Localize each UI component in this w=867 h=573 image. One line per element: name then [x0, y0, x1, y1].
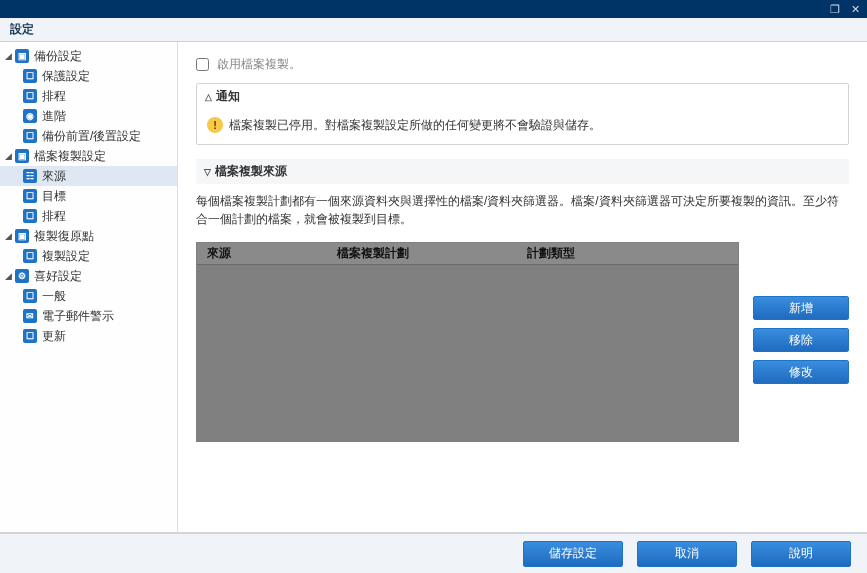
- filecopy-icon: ▣: [14, 148, 30, 164]
- sidebar-item-email-alerts[interactable]: ✉ 電子郵件警示: [0, 306, 177, 326]
- updates-icon: ☐: [22, 328, 38, 344]
- cancel-button[interactable]: 取消: [637, 541, 737, 567]
- add-button[interactable]: 新增: [753, 296, 849, 320]
- grid-header: 來源 檔案複製計劃 計劃類型: [197, 243, 738, 265]
- warning-icon: !: [207, 117, 223, 133]
- sidebar-item-label: 排程: [42, 88, 66, 105]
- caret-down-icon: ▽: [204, 167, 211, 177]
- protection-icon: ☐: [22, 68, 38, 84]
- sidebar-item-label: 複製設定: [42, 248, 90, 265]
- grid-col-source[interactable]: 來源: [197, 245, 327, 262]
- general-icon: ☐: [22, 288, 38, 304]
- sidebar: ◢ ▣ 備份設定 ☐ 保護設定 ☐ 排程 ◉ 進階 ☐ 備份前置/後置設定 ◢ …: [0, 42, 178, 533]
- sidebar-item-label: 檔案複製設定: [34, 148, 106, 165]
- caret-down-icon[interactable]: ◢: [2, 271, 14, 281]
- sidebar-item-protection[interactable]: ☐ 保護設定: [0, 66, 177, 86]
- sidebar-item-label: 備份前置/後置設定: [42, 128, 141, 145]
- schedule-icon: ☐: [22, 208, 38, 224]
- source-grid[interactable]: 來源 檔案複製計劃 計劃類型: [196, 242, 739, 442]
- sidebar-item-backup-settings[interactable]: ◢ ▣ 備份設定: [0, 46, 177, 66]
- help-button[interactable]: 說明: [751, 541, 851, 567]
- grid-buttons: 新增 移除 修改: [753, 242, 849, 384]
- sidebar-item-source[interactable]: ☷ 來源: [0, 166, 177, 186]
- sidebar-item-copy-recovery[interactable]: ◢ ▣ 複製復原點: [0, 226, 177, 246]
- sidebar-item-schedule-backup[interactable]: ☐ 排程: [0, 86, 177, 106]
- caret-down-icon[interactable]: ◢: [2, 51, 14, 61]
- grid-col-plan[interactable]: 檔案複製計劃: [327, 245, 517, 262]
- target-icon: ☐: [22, 188, 38, 204]
- source-icon: ☷: [22, 168, 38, 184]
- sidebar-item-label: 備份設定: [34, 48, 82, 65]
- close-icon[interactable]: ✕: [849, 3, 861, 15]
- footer: 儲存設定 取消 說明: [0, 533, 867, 573]
- email-icon: ✉: [22, 308, 38, 324]
- copy-settings-icon: ☐: [22, 248, 38, 264]
- caret-down-icon[interactable]: ◢: [2, 231, 14, 241]
- remove-button[interactable]: 移除: [753, 328, 849, 352]
- section-header[interactable]: ▽ 檔案複製來源: [196, 159, 849, 184]
- sidebar-item-label: 喜好設定: [34, 268, 82, 285]
- enable-filecopy-label: 啟用檔案複製。: [217, 56, 301, 73]
- schedule-icon: ☐: [22, 88, 38, 104]
- save-settings-button[interactable]: 儲存設定: [523, 541, 623, 567]
- modify-button[interactable]: 修改: [753, 360, 849, 384]
- grid-col-type[interactable]: 計劃類型: [517, 245, 738, 262]
- notice-header[interactable]: △ 通知: [197, 84, 848, 109]
- sidebar-item-advanced[interactable]: ◉ 進階: [0, 106, 177, 126]
- sidebar-item-label: 電子郵件警示: [42, 308, 114, 325]
- prepost-icon: ☐: [22, 128, 38, 144]
- titlebar: ❐ ✕: [0, 0, 867, 18]
- caret-up-icon: △: [205, 92, 212, 102]
- sidebar-item-target[interactable]: ☐ 目標: [0, 186, 177, 206]
- sidebar-item-filecopy-settings[interactable]: ◢ ▣ 檔案複製設定: [0, 146, 177, 166]
- section-title: 檔案複製來源: [215, 163, 287, 180]
- backup-icon: ▣: [14, 48, 30, 64]
- window-header: 設定: [0, 18, 867, 42]
- sidebar-item-label: 來源: [42, 168, 66, 185]
- sidebar-item-label: 排程: [42, 208, 66, 225]
- window-title: 設定: [10, 21, 34, 38]
- preferences-icon: ⚙: [14, 268, 30, 284]
- notice-message: 檔案複製已停用。對檔案複製設定所做的任何變更將不會驗證與儲存。: [229, 117, 601, 134]
- notice-panel: △ 通知 ! 檔案複製已停用。對檔案複製設定所做的任何變更將不會驗證與儲存。: [196, 83, 849, 145]
- sidebar-item-label: 目標: [42, 188, 66, 205]
- sidebar-item-label: 保護設定: [42, 68, 90, 85]
- recovery-icon: ▣: [14, 228, 30, 244]
- sidebar-item-general[interactable]: ☐ 一般: [0, 286, 177, 306]
- sidebar-item-copy-settings[interactable]: ☐ 複製設定: [0, 246, 177, 266]
- sidebar-item-label: 一般: [42, 288, 66, 305]
- notice-title: 通知: [216, 88, 240, 105]
- advanced-icon: ◉: [22, 108, 38, 124]
- sidebar-item-preferences[interactable]: ◢ ⚙ 喜好設定: [0, 266, 177, 286]
- section-description: 每個檔案複製計劃都有一個來源資料夾與選擇性的檔案/資料夾篩選器。檔案/資料夾篩選…: [196, 192, 849, 228]
- sidebar-item-prepost[interactable]: ☐ 備份前置/後置設定: [0, 126, 177, 146]
- sidebar-item-updates[interactable]: ☐ 更新: [0, 326, 177, 346]
- content-area: 啟用檔案複製。 △ 通知 ! 檔案複製已停用。對檔案複製設定所做的任何變更將不會…: [178, 42, 867, 533]
- sidebar-item-schedule-filecopy[interactable]: ☐ 排程: [0, 206, 177, 226]
- enable-filecopy-checkbox[interactable]: [196, 58, 209, 71]
- caret-down-icon[interactable]: ◢: [2, 151, 14, 161]
- sidebar-item-label: 複製復原點: [34, 228, 94, 245]
- sidebar-item-label: 更新: [42, 328, 66, 345]
- restore-icon[interactable]: ❐: [829, 3, 841, 15]
- sidebar-item-label: 進階: [42, 108, 66, 125]
